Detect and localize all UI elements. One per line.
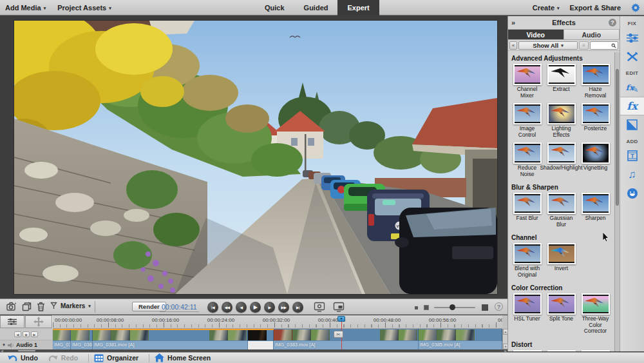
help-icon[interactable]: ? (609, 19, 616, 26)
tools-icon[interactable] (620, 47, 644, 66)
clip-video-segment[interactable] (419, 329, 502, 341)
chevrons-left-icon[interactable]: « (509, 41, 517, 50)
timeline-ruler[interactable]: 00:00:00:0000:00:08:0000:00:16:0000:00:2… (52, 315, 502, 329)
zoom-small-icon[interactable] (424, 305, 429, 310)
clip-audio-segment[interactable]: IMG_0383.mov [A] (274, 341, 419, 349)
snapshot-camera-icon[interactable] (6, 302, 17, 311)
effect-item-posterize[interactable]: Posterize (578, 103, 612, 138)
playhead-handle[interactable]: ▾ (337, 316, 345, 322)
full-screen-preview-icon[interactable] (314, 302, 325, 312)
zoom-in-icon[interactable] (482, 304, 488, 311)
effects-scrollbar[interactable] (614, 52, 620, 351)
current-timecode[interactable]: 00:00:42:11 (160, 303, 199, 312)
rewind-button[interactable]: ◀◀ (222, 302, 232, 313)
clip-video-segment[interactable] (248, 329, 274, 341)
transitions-icon[interactable] (620, 115, 644, 134)
adjust-sliders-icon[interactable] (620, 28, 644, 47)
effect-item-blend-with-original[interactable]: Blend with Original (510, 243, 544, 278)
next-keyframe-icon[interactable]: ▶ (31, 331, 38, 337)
panel-collapse-icon[interactable]: » (511, 19, 515, 26)
clip-audio-segment[interactable]: IMG_03 (53, 341, 71, 349)
effect-item-lighting-effects[interactable]: Lighting Effects (544, 103, 578, 138)
effect-item-haze-removal[interactable]: Haze Removal (578, 64, 612, 99)
effect-item-corner-pin[interactable]: Corner Pin (510, 350, 544, 351)
effect-item-image-control[interactable]: Image Control (510, 103, 544, 138)
marker-flag-icon[interactable] (50, 302, 57, 309)
fx-edit-icon[interactable]: fx✎ (620, 78, 644, 97)
video-preview-frame[interactable]: VW (14, 21, 497, 294)
scrollbar-thumb[interactable] (616, 69, 619, 206)
clip-video-segment[interactable] (53, 329, 71, 341)
clip-audio-segment[interactable]: IMG_0368. (71, 341, 93, 349)
effects-tab-video[interactable]: Video (508, 30, 564, 39)
skip-start-button[interactable]: |◀ (207, 302, 218, 313)
track-disclosure-icon[interactable]: ▼ (2, 343, 6, 347)
effect-item-mirror[interactable]: Mirror (578, 350, 612, 351)
prev-keyframe-icon[interactable]: ◀ (14, 331, 21, 337)
menu-project-assets[interactable]: Project Assets▾ (57, 4, 111, 12)
trash-icon[interactable] (37, 302, 45, 311)
show-all-dropdown[interactable]: Show All▾ (518, 41, 578, 50)
clip-audio-segment[interactable]: IMG_0381.mov [A] (93, 341, 248, 349)
effect-item-hsl-tuner[interactable]: HSL Tuner (510, 293, 544, 335)
move-tool-button[interactable] (25, 315, 52, 328)
zoom-slider-thumb[interactable] (450, 304, 455, 310)
scroll-up-icon[interactable]: ▲ (503, 329, 508, 335)
mode-tab-expert[interactable]: Expert (337, 0, 379, 15)
effects-search-input[interactable] (590, 41, 618, 50)
clip-audio-segment[interactable]: IMG_0385.mov [A] (419, 341, 502, 349)
fx-icon[interactable]: fx (620, 97, 644, 115)
clip-audio-segment[interactable] (248, 341, 274, 349)
top-create[interactable]: Create▾ (533, 4, 560, 12)
effect-item-fast-blur[interactable]: Fast Blur (510, 193, 544, 228)
track-settings-button[interactable] (0, 315, 24, 328)
effect-item-shadow-highlight[interactable]: Shadow/Highlight (544, 142, 578, 177)
markers-button[interactable]: Markers (61, 302, 85, 309)
effect-item-three-way-color-corrector[interactable]: Three-Way Color Corrector (578, 293, 612, 335)
title-text-icon[interactable]: T (620, 146, 644, 165)
scrollbar-thumb[interactable] (18, 350, 35, 351)
audio-track-label[interactable]: Audio 1 (16, 342, 37, 348)
effect-item-split-tone[interactable]: Split Tone (544, 293, 578, 335)
timeline-zoom-slider[interactable] (434, 307, 475, 308)
organizer-button[interactable]: Organizer (91, 354, 146, 362)
zoom-out-icon[interactable] (415, 306, 418, 309)
music-icon[interactable]: ♫ (620, 165, 644, 184)
mode-tab-guided[interactable]: Guided (294, 0, 338, 15)
play-button[interactable]: ▶ (250, 302, 261, 313)
fast-forward-button[interactable]: ▶▶ (278, 302, 289, 313)
tracks-vertical-scrollbar[interactable]: ▲ ▼ (502, 329, 507, 349)
filter-list-icon[interactable]: ≡ (579, 41, 589, 50)
effect-item-sharpen[interactable]: Sharpen (578, 193, 612, 228)
help-icon[interactable]: ? (495, 302, 503, 311)
pip-monitor-icon[interactable] (333, 302, 345, 312)
effect-item-lens-distortion[interactable]: Lens Distortion (544, 350, 578, 351)
ruler-timecode: 00:00:56:00 (429, 317, 456, 323)
effects-tab-audio[interactable]: Audio (564, 30, 620, 39)
emoji-icon[interactable] (620, 184, 644, 202)
effect-item-vignetting[interactable]: Vignetting (578, 142, 612, 177)
clip-thumbnail (130, 329, 149, 340)
step-forward-button[interactable]: ▶ (264, 302, 275, 313)
effect-item-channel-mixer[interactable]: Channel Mixer (510, 64, 544, 99)
effect-item-reduce-noise[interactable]: Reduce Noise (510, 142, 544, 177)
clip-video-segment[interactable] (71, 329, 93, 341)
effect-item-invert[interactable]: Invert (544, 243, 578, 278)
undo-button[interactable]: Undo (5, 354, 46, 362)
split-clip-scissors-icon[interactable]: ✂ (334, 331, 343, 338)
mode-tab-quick[interactable]: Quick (255, 0, 294, 15)
clip-video-segment[interactable] (93, 329, 248, 341)
effect-thumbnail-image (583, 144, 609, 162)
duplicate-icon[interactable] (22, 302, 32, 311)
skip-end-button[interactable]: ▶| (292, 302, 303, 313)
effect-item-extract[interactable]: Extract (544, 64, 578, 99)
effect-item-gaussian-blur[interactable]: Gaussian Blur (544, 193, 578, 228)
clip-video-segment[interactable] (274, 329, 419, 341)
gear-icon[interactable] (631, 3, 640, 12)
add-keyframe-icon[interactable]: ◆ (23, 331, 30, 337)
home-screen-button[interactable]: Home Screen (152, 353, 218, 362)
menu-add-media[interactable]: Add Media▾ (5, 4, 46, 12)
effect-label: Lighting Effects (544, 126, 578, 138)
top-export-share[interactable]: Export & Share (570, 4, 621, 12)
step-back-button[interactable]: ◀ (236, 302, 247, 313)
